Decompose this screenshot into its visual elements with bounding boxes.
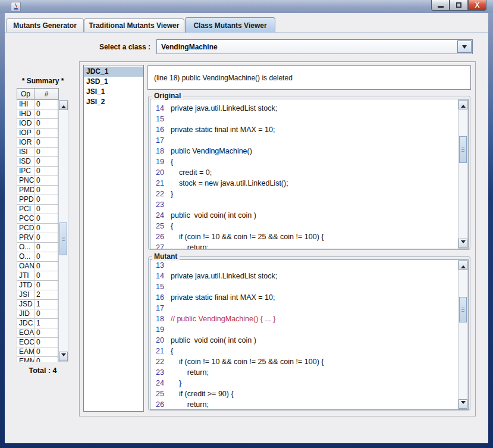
summary-op-cell: IPC [17,167,34,176]
summary-row[interactable]: PRV 0 [17,233,58,243]
scroll-down-button[interactable] [59,352,68,361]
summary-row[interactable]: PCI 0 [17,205,58,214]
scroll-up-button[interactable] [459,100,467,109]
tab[interactable]: Traditional Mutants Viewer [84,18,184,32]
mutant-list-item-label: JSD_1 [86,77,108,86]
summary-count-cell: 0 [34,148,58,156]
code-line: 26 return; [150,400,458,409]
line-number: 14 [150,272,166,283]
line-number: 27 [150,243,166,249]
summary-op-cell: O... [17,243,34,252]
summary-count-cell: 0 [34,233,58,242]
close-button[interactable]: X [468,0,486,11]
code-line: 20 credit = 0; [150,168,458,179]
summary-row[interactable]: EOA 0 [17,328,58,338]
summary-row[interactable]: IOR 0 [17,138,58,148]
code-text: if (coin != 10 && coin != 25 && coin != … [171,233,324,243]
summary-row[interactable]: JSD 1 [17,300,58,309]
tab-label: Mutants Generator [13,21,77,30]
scrollbar-thumb[interactable] [59,223,67,255]
summary-row[interactable]: O... 0 [17,252,58,262]
code-text: if (coin != 10 && coin != 25 && coin != … [171,358,324,368]
summary-row[interactable]: IOP 0 [17,129,58,138]
summary-row[interactable]: PNC 0 [17,176,58,186]
summary-row[interactable]: ISD 0 [17,157,58,167]
summary-row[interactable]: JTD 0 [17,281,58,290]
class-combobox[interactable]: VendingMachine [156,39,473,54]
summary-row[interactable]: JDC 1 [17,319,58,328]
summary-row[interactable]: PCD 0 [17,224,58,233]
code-line: 24 } [150,379,458,390]
scroll-up-button[interactable] [59,101,68,110]
summary-count-cell: 0 [34,309,58,318]
original-code-pane[interactable]: 14 private java.util.LinkedList stock; 1… [150,99,469,249]
title-bar[interactable]: X [0,0,493,13]
maximize-button[interactable] [450,0,468,11]
arrow-up-icon [61,102,66,108]
scroll-down-button[interactable] [459,399,467,409]
summary-op-cell: PNC [17,176,34,185]
summary-row[interactable]: PCC 0 [17,214,58,224]
summary-count-cell: 0 [34,262,58,271]
mutants-list[interactable]: JDC_1 JSD_1 JSI_1 JSI_2 [83,65,144,412]
code-line: 14 private java.util.LinkedList stock; [150,104,458,115]
summary-row[interactable]: EOC 0 [17,338,58,347]
tab[interactable]: Mutants Generator [6,18,84,32]
summary-op-cell: JSI [17,290,34,299]
summary-row[interactable]: EAM 0 [17,347,58,357]
summary-col-op[interactable]: Op [17,88,34,100]
summary-row[interactable]: JSI 2 [17,290,58,300]
summary-count-cell: 0 [34,205,58,214]
mutant-list-item-label: JSI_2 [86,98,105,106]
mutant-scrollbar[interactable] [458,260,468,409]
scroll-up-button[interactable] [459,261,467,270]
code-text: } [171,379,181,390]
summary-count-cell: 0 [34,243,58,252]
combobox-dropdown-button[interactable] [457,40,472,53]
scrollbar-thumb[interactable] [459,136,467,163]
mutant-list-item-label: JDC_1 [86,67,108,76]
summary-col-count[interactable]: # [34,88,59,100]
summary-row[interactable]: JTI 0 [17,271,58,281]
code-line: 15 [150,283,458,293]
minimize-button[interactable] [431,0,450,11]
summary-row[interactable]: ISI 0 [17,148,58,157]
summary-row[interactable]: PPD 0 [17,195,58,205]
code-line: 23 [150,200,458,211]
code-text: { [171,158,173,168]
summary-op-cell: IOP [17,129,34,137]
code-line: 17 [150,136,458,147]
mutant-list-item[interactable]: JSD_1 [84,77,143,87]
scrollbar-thumb[interactable] [459,297,467,322]
summary-row[interactable]: JID 0 [17,309,58,319]
mutant-list-item[interactable]: JDC_1 [84,67,143,77]
window-menu-button[interactable] [11,2,21,12]
summary-count-cell: 0 [34,347,58,356]
summary-count-cell: 2 [34,290,58,299]
code-line: 17 [150,304,458,315]
summary-row[interactable]: IHD 0 [17,109,58,119]
summary-row[interactable]: PMD 0 [17,186,58,195]
mutant-code-pane[interactable]: 13 14 private java.util.LinkedList stock… [150,259,469,410]
summary-row[interactable]: IHI 0 [17,100,58,109]
mutant-description-field[interactable]: (line 18) public VendingMachine() is del… [147,65,471,90]
line-number: 24 [150,379,166,390]
code-line: 25 { [150,222,458,233]
scroll-down-button[interactable] [459,239,467,248]
tab-label: Traditional Mutants Viewer [89,21,180,30]
original-scrollbar[interactable] [458,99,468,249]
code-line: 21 stock = new java.util.LinkedList(); [150,179,458,190]
summary-row[interactable]: EMM 0 [17,357,58,362]
summary-row[interactable]: IPC 0 [17,167,58,176]
line-number: 15 [150,283,166,293]
summary-op-cell: PCI [17,205,34,214]
summary-row[interactable]: OAN 0 [17,262,58,271]
summary-row[interactable]: IOD 0 [17,119,58,129]
summary-op-cell: IHI [17,100,34,109]
summary-row[interactable]: O... 0 [17,243,58,252]
summary-scrollbar[interactable] [58,100,68,362]
summary-count-cell: 0 [34,109,58,118]
mutant-list-item[interactable]: JSI_1 [84,87,143,97]
mutant-list-item[interactable]: JSI_2 [84,97,143,107]
tab[interactable]: Class Mutants Viewer [185,17,275,33]
